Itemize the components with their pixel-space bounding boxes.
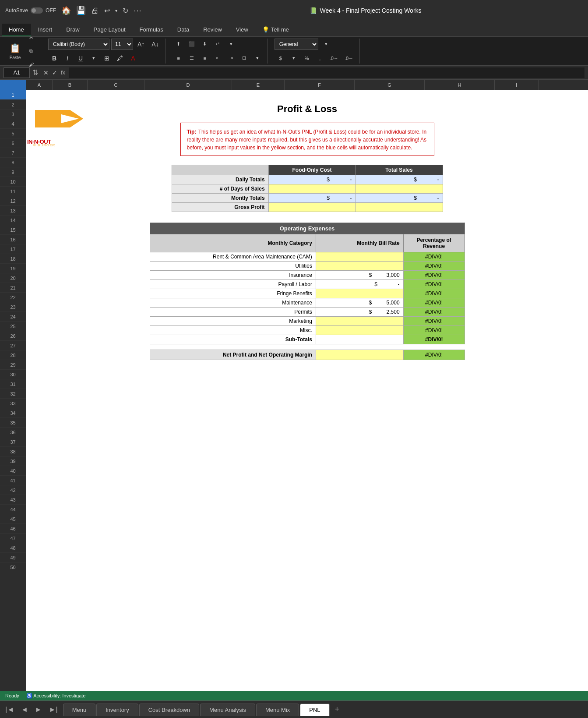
formula-input[interactable] — [69, 67, 584, 78]
row-num-29[interactable]: 29 — [0, 360, 26, 370]
row-num-39[interactable]: 39 — [0, 456, 26, 466]
row-num-22[interactable]: 22 — [0, 293, 26, 302]
wrap-text-btn[interactable]: ↵ — [212, 38, 224, 50]
row-num-10[interactable]: 10 — [0, 177, 26, 187]
row-num-44[interactable]: 44 — [0, 505, 26, 514]
row-num-11[interactable]: 11 — [0, 187, 26, 196]
currency-btn[interactable]: $ — [275, 52, 287, 64]
row-num-6[interactable]: 6 — [0, 138, 26, 148]
gross-profit-food-cell[interactable] — [268, 203, 356, 212]
increase-indent-btn[interactable]: ⇥ — [225, 52, 237, 64]
row-num-3[interactable]: 3 — [0, 110, 26, 119]
tab-draw[interactable]: Draw — [59, 24, 86, 36]
payroll-value[interactable]: $ - — [316, 280, 403, 289]
confirm-formula-btn[interactable]: ✓ — [52, 69, 57, 76]
row-num-36[interactable]: 36 — [0, 428, 26, 437]
align-left-btn[interactable]: ≡ — [173, 52, 185, 64]
col-header-b[interactable]: B — [53, 80, 88, 90]
row-num-8[interactable]: 8 — [0, 158, 26, 167]
undo-icon[interactable]: ↩ — [104, 7, 110, 15]
more-icon[interactable]: ⋯ — [134, 6, 141, 15]
font-color-button[interactable]: A — [127, 52, 139, 64]
net-profit-value[interactable] — [316, 350, 403, 360]
maintenance-value[interactable]: $ 5,000 — [316, 298, 403, 308]
merge-drop-btn[interactable]: ▾ — [251, 52, 264, 64]
row-num-9[interactable]: 9 — [0, 167, 26, 177]
dec-dec-btn[interactable]: .0← — [342, 52, 356, 64]
autosave-toggle-switch[interactable] — [31, 7, 43, 14]
sheet-tab-inventory[interactable]: Inventory — [96, 704, 138, 716]
rent-cam-value[interactable] — [316, 252, 403, 262]
increase-font-btn[interactable]: A↑ — [135, 38, 147, 50]
row-num-26[interactable]: 26 — [0, 331, 26, 341]
align-right-btn[interactable]: ≡ — [199, 52, 211, 64]
row-num-20[interactable]: 20 — [0, 273, 26, 283]
align-mid-btn[interactable]: ⬛ — [186, 38, 198, 50]
num-days-food-cell[interactable] — [268, 184, 356, 194]
sheet-tab-menu[interactable]: Menu — [63, 704, 96, 716]
decrease-font-btn[interactable]: A↓ — [149, 38, 161, 50]
row-num-27[interactable]: 27 — [0, 341, 26, 350]
monthly-food-cost-cell[interactable]: $ - — [268, 194, 356, 203]
tab-formulas[interactable]: Formulas — [133, 24, 170, 36]
decrease-indent-btn[interactable]: ⇤ — [212, 52, 224, 64]
redo-icon[interactable]: ↻ — [123, 7, 128, 15]
row-num-47[interactable]: 47 — [0, 534, 26, 543]
marketing-value[interactable] — [316, 317, 403, 326]
font-size-select[interactable]: 11 — [111, 39, 133, 50]
row-num-18[interactable]: 18 — [0, 254, 26, 264]
col-header-g[interactable]: G — [355, 80, 425, 90]
row-num-5[interactable]: 5 — [0, 129, 26, 138]
paste-button[interactable]: 📋 — [7, 42, 23, 54]
utilities-value[interactable] — [316, 262, 403, 271]
sheet-tab-cost-breakdown[interactable]: Cost Breakdown — [139, 704, 199, 716]
col-header-a[interactable]: A — [26, 80, 53, 90]
italic-button[interactable]: I — [61, 52, 74, 64]
font-select[interactable]: Calibri (Body) — [48, 39, 109, 50]
row-num-2[interactable]: 2 — [0, 100, 26, 110]
number-format-select[interactable]: General — [275, 39, 318, 50]
cell-reference-input[interactable] — [4, 67, 30, 78]
highlight-button[interactable]: 🖍 — [114, 52, 126, 64]
merge-btn[interactable]: ⊟ — [238, 52, 250, 64]
row-num-23[interactable]: 23 — [0, 302, 26, 312]
tab-page-layout[interactable]: Page Layout — [87, 24, 133, 36]
align-top-btn[interactable]: ⬆ — [173, 38, 185, 50]
row-num-46[interactable]: 46 — [0, 524, 26, 534]
monthly-total-sales-cell[interactable]: $ - — [356, 194, 443, 203]
row-num-42[interactable]: 42 — [0, 485, 26, 495]
pct-btn[interactable]: % — [301, 52, 313, 64]
undo-dropdown-icon[interactable]: ▾ — [115, 8, 117, 13]
bold-button[interactable]: B — [48, 52, 60, 64]
row-num-7[interactable]: 7 — [0, 148, 26, 158]
underline-drop[interactable]: ▾ — [88, 52, 100, 64]
row-num-34[interactable]: 34 — [0, 408, 26, 418]
row-num-43[interactable]: 43 — [0, 495, 26, 505]
tab-review[interactable]: Review — [196, 24, 229, 36]
insurance-value[interactable]: $ 3,000 — [316, 271, 403, 280]
currency-drop[interactable]: ▾ — [288, 52, 300, 64]
row-num-16[interactable]: 16 — [0, 235, 26, 244]
autosave-toggle[interactable]: AutoSave OFF — [5, 7, 56, 14]
col-header-i[interactable]: I — [495, 80, 539, 90]
row-num-19[interactable]: 19 — [0, 264, 26, 273]
row-num-49[interactable]: 49 — [0, 553, 26, 562]
row-num-32[interactable]: 32 — [0, 389, 26, 399]
row-num-45[interactable]: 45 — [0, 514, 26, 524]
row-num-41[interactable]: 41 — [0, 476, 26, 485]
select-all-corner[interactable] — [0, 80, 26, 90]
row-num-1[interactable]: 1 — [0, 90, 26, 100]
sheet-tab-menu-mix[interactable]: Menu Mix — [256, 704, 299, 716]
row-num-25[interactable]: 25 — [0, 322, 26, 331]
row-num-37[interactable]: 37 — [0, 437, 26, 447]
subtotals-value[interactable] — [316, 335, 403, 344]
scroll-first-tab-btn[interactable]: |◄ — [2, 704, 18, 715]
tab-data[interactable]: Data — [170, 24, 196, 36]
comma-btn[interactable]: , — [314, 52, 326, 64]
row-num-35[interactable]: 35 — [0, 418, 26, 428]
row-num-17[interactable]: 17 — [0, 244, 26, 254]
row-num-12[interactable]: 12 — [0, 196, 26, 206]
sheet-tab-pnl[interactable]: PNL — [300, 704, 329, 716]
tab-tell-me[interactable]: 💡 Tell me — [255, 24, 296, 36]
border-button[interactable]: ⊞ — [101, 52, 113, 64]
